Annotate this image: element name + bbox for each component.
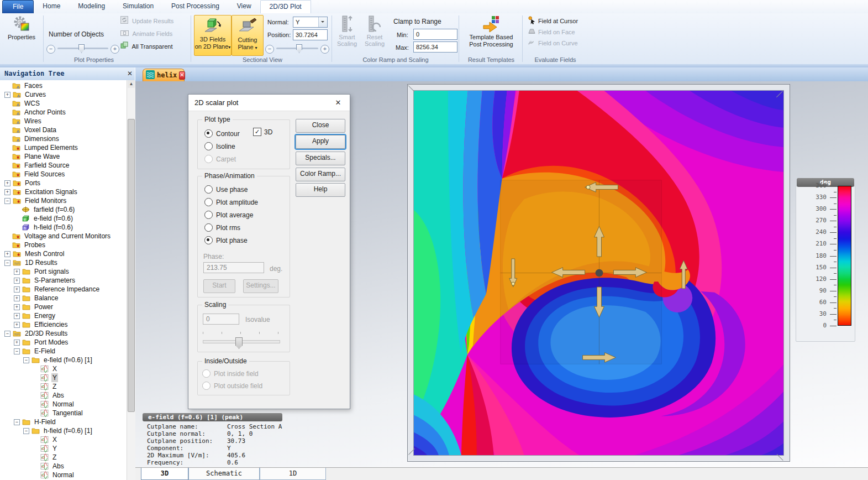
expand-icon[interactable]: + — [14, 340, 20, 346]
tree-item-h-field-f-0-6-1-[interactable]: −h-field (f=0.6) [1] — [0, 426, 127, 435]
number-of-objects-slider[interactable]: − + — [46, 43, 118, 54]
tree-scrollbar[interactable]: ▲ — [127, 80, 135, 480]
close-button[interactable]: Close — [296, 119, 345, 133]
tree-item-h-field-f-0-6-[interactable]: hh-field (f=0.6) — [0, 223, 127, 232]
3d-viewport[interactable]: deg 3603303002702402101801501209060300 2… — [135, 81, 868, 467]
min-input[interactable]: 0 — [413, 29, 457, 40]
tree-item-mesh-control[interactable]: +Mesh Control — [0, 249, 127, 258]
view-tab-schematic[interactable]: Schematic — [188, 468, 260, 480]
tree-item-z[interactable]: Z — [0, 453, 127, 462]
field-plot-canvas[interactable] — [413, 90, 784, 456]
ribbon-tab-2d-3d-plot[interactable]: 2D/3D Plot — [260, 0, 311, 14]
max-input[interactable]: 8256.34 — [413, 41, 457, 53]
expand-icon[interactable]: + — [14, 286, 20, 293]
expand-icon[interactable]: + — [14, 278, 20, 284]
expand-icon[interactable]: + — [14, 295, 20, 301]
collapse-icon[interactable]: − — [4, 331, 10, 337]
checkbox-3d[interactable]: ✓3D — [253, 128, 272, 136]
slider-thumb[interactable] — [235, 337, 243, 349]
radio-contour[interactable]: Contour — [204, 129, 240, 138]
expand-icon[interactable]: + — [14, 269, 20, 275]
tree-item-e-field-f-0-6-[interactable]: ee-field (f=0.6) — [0, 214, 127, 223]
expand-icon[interactable]: + — [4, 251, 10, 257]
radio-plot-rms[interactable]: Plot rms — [204, 223, 240, 232]
normal-select[interactable]: Y — [293, 17, 328, 28]
radio-use-phase[interactable]: Use phase — [204, 185, 248, 194]
plus-icon[interactable]: + — [320, 45, 329, 54]
position-slider[interactable]: − + — [265, 43, 329, 54]
collapse-icon[interactable]: − — [23, 428, 29, 434]
phase-input[interactable]: 213.75 — [203, 262, 264, 273]
template-based-post-processing-button[interactable]: Template BasedPost Processing — [466, 15, 517, 53]
tree-item-curves[interactable]: +Curves — [0, 90, 127, 99]
slider-thumb[interactable] — [296, 44, 302, 53]
tree-item-voxel-data[interactable]: Voxel Data — [0, 126, 127, 134]
tree-item-tangential[interactable]: Tangential — [0, 409, 127, 418]
expand-icon[interactable]: + — [4, 92, 10, 98]
radio-plot-amplitude[interactable]: Plot amplitude — [204, 198, 258, 206]
tab-helix[interactable]: helix ✕ — [143, 69, 185, 81]
ribbon-tab-post-processing[interactable]: Post Processing — [162, 0, 228, 13]
collapse-icon[interactable]: − — [14, 419, 20, 425]
isovalue-input[interactable]: 0 — [203, 314, 239, 325]
radio-plot-average[interactable]: Plot average — [204, 211, 253, 219]
expand-icon[interactable]: + — [14, 304, 20, 310]
radio-isoline[interactable]: Isoline — [204, 142, 235, 150]
expand-icon[interactable]: + — [14, 322, 20, 328]
slider-thumb[interactable] — [78, 44, 85, 53]
tree-item-power[interactable]: +Power — [0, 302, 127, 311]
scrollbar-thumb[interactable] — [128, 119, 135, 412]
tree-item-farfield-f-0-6-[interactable]: farfield (f=0.6) — [0, 205, 127, 214]
expand-icon[interactable]: + — [4, 189, 10, 195]
tree-item-efficiencies[interactable]: +Efficiencies — [0, 320, 127, 329]
view-tab-1d-results-energy[interactable]: 1D Results\Energy✕ — [260, 468, 326, 480]
minus-icon[interactable]: − — [46, 45, 55, 54]
tree-item-2d-3d-results[interactable]: −2D/3D Results — [0, 329, 127, 338]
tree-item-e-field[interactable]: −E-Field — [0, 347, 127, 356]
help-button[interactable]: Help — [296, 183, 345, 197]
tree-item-wcs[interactable]: WCS — [0, 99, 127, 108]
tree-item-dimensions[interactable]: Dimensions — [0, 134, 127, 143]
tree-item-h-field[interactable]: −H-Field — [0, 418, 127, 426]
close-icon[interactable]: ✕ — [179, 71, 185, 80]
tree-item-voltage-and-current-monitors[interactable]: Voltage and Current Monitors — [0, 232, 127, 241]
tree-item-port-signals[interactable]: +Port signals — [0, 267, 127, 276]
ribbon-tab-file[interactable]: File — [2, 0, 34, 13]
tree-item-lumped-elements[interactable]: Lumped Elements — [0, 143, 127, 152]
view-tab-3d[interactable]: 3D — [141, 468, 188, 480]
specials-button[interactable]: Specials... — [296, 152, 345, 165]
collapse-icon[interactable]: − — [4, 260, 10, 266]
plus-icon[interactable]: + — [111, 45, 119, 54]
isovalue-slider[interactable] — [203, 340, 280, 343]
tree-item-normal[interactable]: Normal — [0, 400, 127, 409]
tree-item-farfield-source[interactable]: Farfield Source — [0, 161, 127, 170]
expand-icon[interactable]: + — [14, 313, 20, 319]
tree-item-normal[interactable]: Normal — [0, 471, 127, 479]
tree-item-anchor-points[interactable]: Anchor Points — [0, 108, 127, 117]
tree-item-field-monitors[interactable]: −Field Monitors — [0, 196, 127, 205]
ribbon-tab-simulation[interactable]: Simulation — [114, 0, 162, 13]
radio-plot-phase[interactable]: Plot phase — [204, 236, 248, 244]
apply-button[interactable]: Apply — [296, 135, 345, 149]
tree-item-field-sources[interactable]: Field Sources — [0, 170, 127, 179]
tree-item-port-modes[interactable]: +Port Modes — [0, 338, 127, 347]
position-input[interactable]: 30.7264 — [293, 29, 328, 40]
all-transparent-button[interactable]: All Transparent — [120, 41, 172, 52]
collapse-icon[interactable]: − — [14, 348, 20, 354]
tree-item-1d-results[interactable]: −1D Results — [0, 258, 127, 267]
field-at-cursor-button[interactable]: Field at Cursor — [528, 15, 588, 27]
expand-icon[interactable]: + — [4, 180, 10, 186]
tree-item-plane-wave[interactable]: Plane Wave — [0, 152, 127, 161]
tree-item-excitation-signals[interactable]: +Excitation Signals — [0, 187, 127, 196]
tree-item-y[interactable]: Y — [0, 444, 127, 453]
minus-icon[interactable]: − — [265, 45, 274, 54]
tree-item-z[interactable]: Z — [0, 382, 127, 391]
tree-item-balance[interactable]: +Balance — [0, 294, 127, 302]
ribbon-tab-home[interactable]: Home — [34, 0, 69, 13]
tree-item-abs[interactable]: Abs — [0, 462, 127, 471]
tree-item-energy[interactable]: +Energy — [0, 311, 127, 320]
tree-item-e-field-f-0-6-1-[interactable]: −e-field (f=0.6) [1] — [0, 356, 127, 364]
3d-fields-on-2d-plane-button[interactable]: 3D Fields on 2D Plane▾ — [194, 15, 232, 56]
color-ramp-button[interactable]: Color Ramp... — [296, 168, 345, 181]
close-icon[interactable]: ✕ — [126, 70, 134, 77]
